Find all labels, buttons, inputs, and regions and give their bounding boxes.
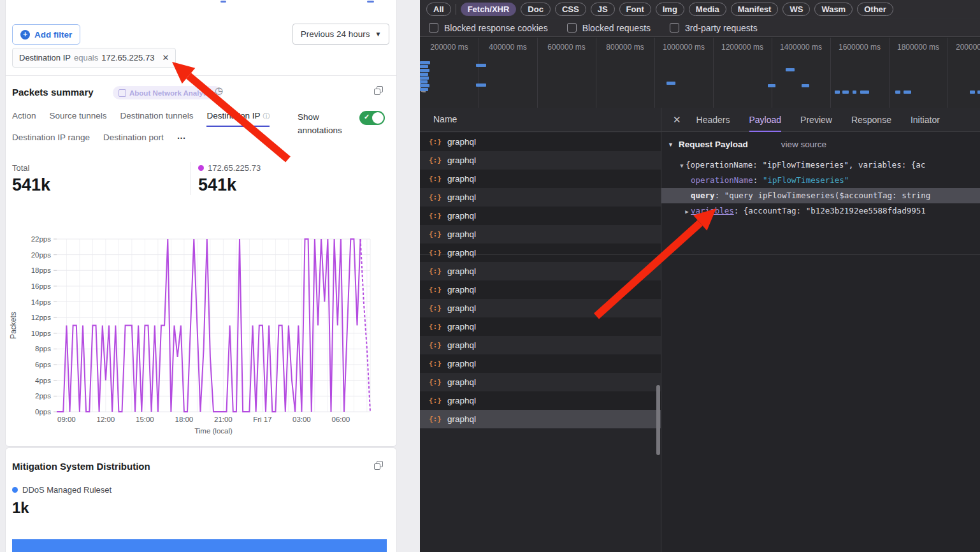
filter-pill-manifest[interactable]: Manifest (731, 3, 779, 16)
remove-filter-icon[interactable]: ✕ (162, 53, 169, 62)
stat-ip-value: 541k (198, 175, 261, 195)
payload-token-plain: {operationName: "ipFlowTimeseries", vari… (686, 160, 925, 170)
request-payload-header[interactable]: ▼ Request Payload view source (668, 140, 826, 149)
timeline-column: 400000 ms (479, 38, 538, 108)
detail-tab-bar: ✕HeadersPayloadPreviewResponseInitiator (661, 108, 980, 132)
request-name: graphql (447, 137, 476, 147)
packets-tab--[interactable]: ⋯ (177, 133, 187, 147)
payload-token-key: operationName (691, 175, 753, 185)
json-braces-icon: {:} (429, 138, 442, 146)
packets-tab-source-tunnels[interactable]: Source tunnels (50, 111, 107, 127)
packets-tab-destination-port[interactable]: Destination port (103, 133, 164, 147)
request-row[interactable]: {:}graphql (420, 317, 661, 336)
request-row[interactable]: {:}graphql (420, 280, 661, 299)
request-name: graphql (447, 211, 476, 221)
svg-text:8pps: 8pps (35, 345, 51, 352)
request-row[interactable]: {:}graphql (420, 188, 661, 207)
timeline-column: 1200000 ms (713, 38, 772, 108)
filter-pill-other[interactable]: Other (857, 3, 893, 16)
payload-tree-line[interactable]: operationName: "ipFlowTimeseries" (661, 173, 980, 188)
series-color-dot (198, 165, 204, 171)
view-source-link[interactable]: view source (781, 140, 826, 149)
devtools-panel: AllFetch/XHRDocCSSJSFontImgMediaManifest… (420, 0, 980, 552)
detail-tab-headers[interactable]: Headers (696, 108, 730, 132)
json-braces-icon: {:} (429, 212, 442, 220)
checkbox-blocked-response-cookies[interactable]: Blocked response cookies (429, 23, 548, 33)
payload-tree-line[interactable]: ▶variables: {accountTag: "b12e3b2192ee55… (661, 203, 980, 219)
payload-token-plain: "query ipFlowTimeseries($accountTag: str… (724, 191, 931, 200)
request-row[interactable]: {:}graphql (420, 391, 661, 410)
open-in-new-icon[interactable] (374, 461, 383, 470)
filter-pill-wasm[interactable]: Wasm (814, 3, 853, 16)
request-row[interactable]: {:}graphql (420, 151, 661, 170)
screenshot-root: All traffic + Add filter Previous 24 hou… (0, 0, 980, 552)
request-row[interactable]: {:}graphql (420, 262, 661, 280)
filter-pill-ws[interactable]: WS (782, 3, 810, 16)
request-row[interactable]: {:}graphql (420, 354, 661, 373)
filter-pill-img[interactable]: Img (656, 3, 684, 16)
packets-tab-destination-tunnels[interactable]: Destination tunnels (120, 111, 194, 127)
filter-pill-doc[interactable]: Doc (521, 3, 551, 16)
name-header-label: Name (433, 114, 457, 124)
svg-text:2pps: 2pps (35, 392, 51, 400)
payload-tree-line[interactable]: ▼{operationName: "ipFlowTimeseries", var… (661, 157, 980, 173)
packets-tab-destination-ip-range[interactable]: Destination IP range (12, 133, 90, 147)
open-in-new-icon[interactable] (374, 86, 383, 95)
payload-tree-line[interactable]: query: "query ipFlowTimeseries($accountT… (661, 188, 980, 203)
timeline-tick-label: 1800000 ms (889, 43, 948, 52)
filter-chip[interactable]: Destination IP equals 172.65.225.73 ✕ (12, 48, 176, 68)
timeline-tick-label: 200000 ms (420, 43, 479, 52)
waterfall-bar (476, 84, 486, 87)
request-name: graphql (447, 192, 476, 202)
name-column-header[interactable]: Name (420, 108, 661, 132)
time-range-dropdown[interactable]: Previous 24 hours ▼ (292, 24, 389, 45)
collapse-triangle-icon: ▼ (668, 142, 674, 148)
about-network-analytics-badge[interactable]: About Network Analytics (113, 86, 222, 99)
json-braces-icon: {:} (429, 378, 442, 386)
filter-pill-media[interactable]: Media (689, 3, 726, 16)
request-row[interactable]: {:}graphql (420, 299, 661, 317)
request-row[interactable]: {:}graphql (420, 207, 661, 225)
filter-pill-all[interactable]: All (426, 3, 451, 16)
filter-pill-css[interactable]: CSS (555, 3, 586, 16)
detail-tab-payload[interactable]: Payload (749, 108, 782, 132)
checkbox-blocked-requests[interactable]: Blocked requests (567, 23, 651, 33)
detail-tab-response[interactable]: Response (851, 108, 891, 132)
checkbox-3rd-party-requests[interactable]: 3rd-party requests (670, 23, 758, 33)
waterfall-bar (420, 73, 428, 76)
requests-scrollbar[interactable] (656, 385, 660, 455)
twisty-icon[interactable]: ▼ (678, 158, 686, 173)
request-row[interactable]: {:}graphql (420, 133, 661, 151)
network-overview-timeline[interactable]: 200000 ms400000 ms600000 ms800000 ms1000… (420, 38, 980, 108)
request-row[interactable]: {:}graphql (420, 225, 661, 243)
close-icon[interactable]: ✕ (673, 114, 681, 126)
packets-tab-destination-ip[interactable]: Destination IPⓘ (206, 111, 270, 127)
detail-tab-preview[interactable]: Preview (800, 108, 832, 132)
packets-timeseries-chart: 0pps2pps4pps6pps8pps10pps12pps14pps16pps… (6, 223, 396, 441)
request-row[interactable]: {:}graphql (420, 373, 661, 391)
add-filter-button[interactable]: + Add filter (12, 24, 80, 45)
clipped-link-remnant (367, 1, 374, 3)
show-annotations-toggle[interactable] (359, 111, 385, 125)
twisty-icon[interactable]: ▶ (683, 204, 691, 219)
svg-text:21:00: 21:00 (214, 416, 233, 423)
svg-text:Fri 17: Fri 17 (253, 416, 271, 423)
mitigation-title: Mitigation System Distribution (12, 461, 150, 472)
packets-tab-action[interactable]: Action (12, 111, 36, 127)
request-row[interactable]: {:}graphql (420, 336, 661, 354)
detail-tab-initiator[interactable]: Initiator (911, 108, 940, 132)
svg-text:22pps: 22pps (31, 235, 52, 243)
svg-text:10pps: 10pps (31, 330, 52, 337)
filter-pill-fetch-xhr[interactable]: Fetch/XHR (461, 3, 517, 16)
json-braces-icon: {:} (429, 156, 442, 164)
filter-pill-js[interactable]: JS (591, 3, 615, 16)
filter-pill-font[interactable]: Font (619, 3, 651, 16)
mitigation-legend: DDoS Managed Ruleset (12, 485, 112, 495)
waterfall-bar (904, 91, 911, 94)
waterfall-bar (476, 64, 486, 67)
waterfall-bar (853, 91, 856, 94)
request-row[interactable]: {:}graphql (420, 243, 661, 262)
request-row[interactable]: {:}graphql (420, 170, 661, 188)
request-row[interactable]: {:}graphql (420, 410, 661, 428)
mitigation-card: Mitigation System Distribution DDoS Mana… (5, 447, 397, 552)
